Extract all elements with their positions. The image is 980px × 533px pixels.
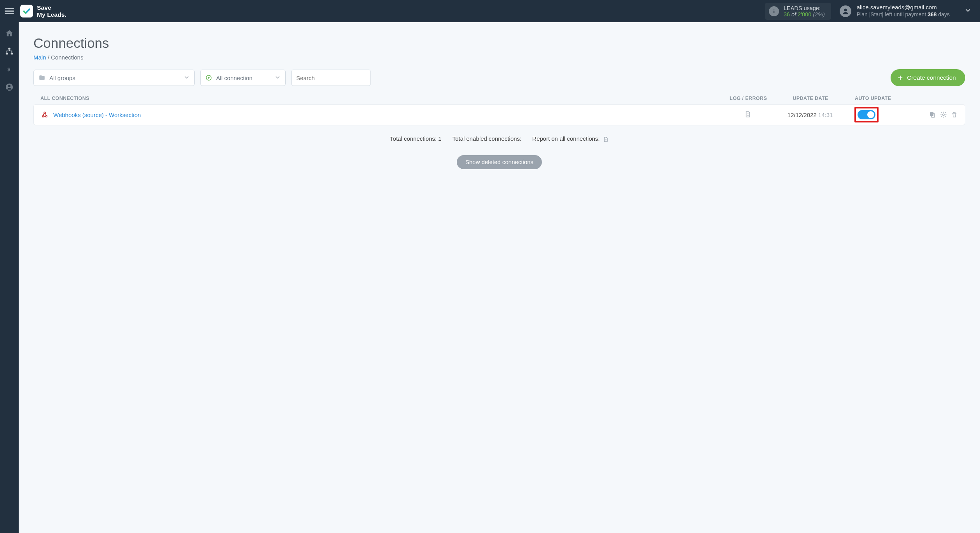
user-icon: [5, 83, 14, 91]
webhook-icon: [41, 111, 49, 119]
col-header-date: Update Date: [772, 96, 849, 101]
auto-update-toggle[interactable]: [858, 110, 875, 119]
chevron-down-icon: [964, 7, 971, 15]
leads-usage-widget[interactable]: LEADS usage: 36 of 2'000 (2%): [765, 3, 831, 20]
summary-enabled: Total enabled connections:: [452, 135, 522, 143]
svg-rect-14: [930, 112, 933, 116]
summary-total: Total connections: 1: [390, 135, 442, 143]
user-avatar-icon: [840, 5, 851, 17]
app-header: Save My Leads. LEADS usage: 36 of 2'000 …: [0, 0, 980, 22]
gear-icon: [940, 111, 947, 118]
brand-name: Save My Leads.: [37, 4, 66, 17]
filters-row: All groups All connection Create connect…: [33, 69, 965, 86]
folder-icon: [38, 74, 45, 81]
create-connection-button[interactable]: Create connection: [891, 69, 965, 86]
svg-point-0: [774, 9, 775, 10]
svg-text:$: $: [7, 66, 10, 72]
breadcrumb: Main / Connections: [33, 54, 965, 61]
breadcrumb-main-link[interactable]: Main: [33, 54, 46, 61]
groups-select[interactable]: All groups: [33, 70, 195, 86]
groups-select-label: All groups: [49, 75, 75, 81]
connection-name-link[interactable]: Webhooks (source) - Worksection: [53, 112, 141, 118]
brand-logo[interactable]: [20, 5, 33, 17]
chevron-down-icon: [270, 74, 281, 82]
summary-row: Total connections: 1 Total enabled conne…: [33, 135, 965, 143]
play-circle-icon: [205, 74, 212, 81]
svg-point-12: [44, 112, 45, 114]
auto-update-highlight: [854, 107, 879, 122]
plus-icon: [898, 75, 903, 80]
svg-point-11: [45, 115, 47, 117]
page-title: Connections: [33, 35, 965, 51]
checkmark-icon: [23, 7, 31, 16]
status-select-label: All connection: [216, 75, 252, 81]
sidebar-item-billing[interactable]: $: [0, 60, 19, 78]
connection-row: Webhooks (source) - Worksection 12/12/20…: [33, 104, 965, 125]
search-input[interactable]: [296, 75, 366, 81]
copy-icon: [929, 111, 936, 118]
search-field[interactable]: [291, 70, 371, 86]
menu-toggle-icon[interactable]: [5, 7, 14, 16]
account-menu[interactable]: alice.savemyleads@gmail.com Plan |Start|…: [840, 4, 971, 18]
svg-point-2: [844, 9, 847, 11]
sitemap-icon: [5, 47, 14, 56]
show-deleted-button[interactable]: Show deleted connections: [457, 155, 542, 169]
home-icon: [5, 29, 14, 38]
main-content: Connections Main / Connections All group…: [19, 22, 980, 185]
settings-button[interactable]: [940, 111, 947, 118]
breadcrumb-current: Connections: [51, 54, 83, 61]
sidebar-item-home[interactable]: [0, 24, 19, 42]
svg-point-10: [42, 115, 44, 117]
col-header-log: Log / Errors: [725, 96, 772, 101]
svg-rect-3: [8, 48, 10, 50]
document-icon: [744, 110, 751, 118]
sidebar-item-connections[interactable]: [0, 42, 19, 60]
svg-rect-4: [6, 53, 8, 55]
col-header-auto: Auto Update: [849, 96, 915, 101]
svg-point-15: [943, 114, 945, 116]
leads-usage-values: 36 of 2'000 (2%): [784, 11, 825, 17]
status-select[interactable]: All connection: [200, 70, 286, 86]
chevron-down-icon: [179, 74, 190, 82]
col-header-name: All connections: [40, 96, 725, 101]
info-icon: [769, 6, 779, 16]
copy-button[interactable]: [929, 111, 936, 118]
svg-rect-5: [11, 53, 13, 55]
account-plan: Plan |Start| left until payment 368 days: [857, 11, 950, 18]
svg-point-8: [8, 85, 10, 87]
table-header: All connections Log / Errors Update Date…: [33, 96, 965, 101]
trash-icon: [951, 111, 958, 118]
document-icon: [603, 136, 609, 143]
connection-update-date: 12/12/2022 14:31: [771, 112, 849, 118]
connection-log-button[interactable]: [725, 110, 771, 119]
sidebar-item-profile[interactable]: [0, 78, 19, 96]
delete-button[interactable]: [951, 111, 958, 118]
account-email: alice.savemyleads@gmail.com: [857, 4, 950, 11]
dollar-icon: $: [7, 65, 12, 73]
summary-report[interactable]: Report on all connections:: [532, 135, 609, 143]
svg-rect-1: [774, 10, 774, 13]
leads-usage-title: LEADS usage:: [784, 5, 825, 11]
sidebar: $: [0, 22, 19, 185]
